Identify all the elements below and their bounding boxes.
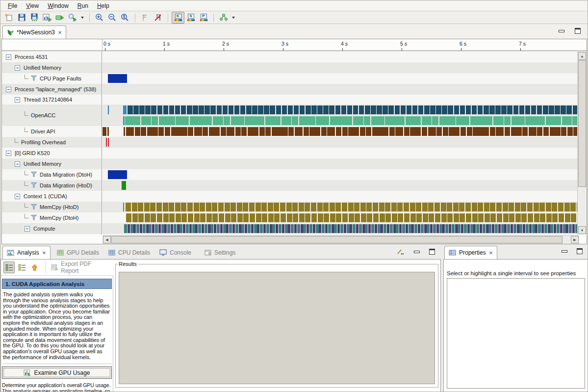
- menu-item-window[interactable]: Window: [43, 1, 73, 10]
- interval-bar[interactable]: [515, 213, 521, 222]
- interval-bar[interactable]: [169, 203, 174, 211]
- interval-bar[interactable]: [340, 224, 343, 233]
- interval-bar[interactable]: [311, 105, 317, 114]
- interval-bar[interactable]: [427, 224, 430, 233]
- interval-bar[interactable]: [449, 127, 460, 136]
- interval-bar[interactable]: [246, 105, 252, 114]
- interval-bar[interactable]: [251, 224, 254, 233]
- scroll-down-icon[interactable]: ▼: [578, 226, 586, 234]
- interval-bar[interactable]: [220, 224, 223, 233]
- interval-bar[interactable]: [416, 203, 421, 211]
- minimize-icon[interactable]: [558, 28, 564, 33]
- color-by-process-button[interactable]: P: [197, 12, 210, 24]
- timeline-row-label-memcpy-dtoh[interactable]: MemCpy (DtoH): [2, 212, 102, 223]
- interval-bar[interactable]: [232, 224, 235, 233]
- interval-bar[interactable]: [192, 224, 195, 233]
- interval-bar[interactable]: [422, 203, 428, 211]
- interval-bar[interactable]: [490, 203, 495, 211]
- interval-bar[interactable]: [163, 203, 168, 211]
- close-tab-icon[interactable]: ✕: [42, 250, 46, 256]
- interval-bar[interactable]: [395, 127, 403, 136]
- interval-bar[interactable]: [223, 105, 228, 114]
- interval-bar[interactable]: [498, 224, 501, 233]
- interval-bar[interactable]: [447, 203, 452, 211]
- interval-bar[interactable]: [334, 224, 337, 233]
- interval-bar[interactable]: [156, 203, 162, 211]
- interval-bar[interactable]: [217, 224, 220, 233]
- interval-bar[interactable]: [546, 213, 552, 222]
- interval-bar[interactable]: [342, 203, 347, 211]
- interval-bar[interactable]: [391, 203, 397, 211]
- interval-bar[interactable]: [452, 224, 455, 233]
- interval-bar[interactable]: [307, 224, 309, 233]
- filter-icon[interactable]: [31, 204, 37, 210]
- interval-bar[interactable]: [549, 105, 554, 114]
- timeline-row-label-profiling-overhead[interactable]: Profiling Overhead: [2, 137, 102, 148]
- interval-bar[interactable]: [472, 213, 478, 222]
- interval-bar[interactable]: [365, 105, 370, 114]
- interval-bar[interactable]: [125, 116, 140, 125]
- interval-bar[interactable]: [205, 224, 207, 233]
- interval-bar[interactable]: [442, 105, 447, 114]
- interval-bar[interactable]: [133, 224, 136, 233]
- interval-bar[interactable]: [164, 224, 167, 233]
- interval-bar[interactable]: [529, 224, 532, 233]
- maximize-icon[interactable]: [575, 28, 581, 34]
- interval-bar[interactable]: [200, 203, 205, 211]
- timeline-track-context-1-cuda[interactable]: [102, 191, 579, 202]
- interval-bar[interactable]: [122, 181, 126, 190]
- interval-bar[interactable]: [519, 105, 525, 114]
- timeline-track-profiling-overhead[interactable]: [102, 137, 579, 148]
- interval-bar[interactable]: [235, 224, 238, 233]
- timeline-row-label-cpu-page-faults[interactable]: CPU Page Faults: [2, 73, 102, 84]
- tab-settings[interactable]: Settings: [201, 246, 242, 259]
- interval-bar[interactable]: [496, 127, 504, 136]
- interval-bar[interactable]: [209, 127, 220, 136]
- timeline-track-cpu-page-faults[interactable]: [102, 73, 579, 84]
- interval-bar[interactable]: [311, 203, 316, 211]
- interval-bar[interactable]: [305, 203, 310, 211]
- interval-bar[interactable]: [555, 105, 560, 114]
- timeline-row-label-unified-memory-host[interactable]: Unified Memory: [2, 62, 102, 73]
- interval-bar[interactable]: [322, 224, 325, 233]
- interval-bar[interactable]: [388, 105, 394, 114]
- interval-bar[interactable]: [466, 213, 471, 222]
- interval-bar[interactable]: [126, 213, 131, 222]
- interval-bar[interactable]: [544, 224, 547, 233]
- interval-bar[interactable]: [497, 213, 502, 222]
- run-dropdown-caret[interactable]: [81, 17, 84, 19]
- interval-bar[interactable]: [383, 105, 388, 114]
- interval-bar[interactable]: [441, 203, 446, 211]
- interval-bar[interactable]: [226, 224, 229, 233]
- interval-bar[interactable]: [281, 116, 291, 125]
- collapse-icon[interactable]: [15, 161, 20, 167]
- interval-bar[interactable]: [108, 170, 127, 179]
- interval-bar[interactable]: [272, 224, 275, 233]
- interval-bar[interactable]: [430, 224, 433, 233]
- maximize-icon[interactable]: [577, 248, 583, 254]
- interval-bar[interactable]: [560, 224, 562, 233]
- interval-bar[interactable]: [428, 203, 434, 211]
- interval-bar[interactable]: [132, 203, 137, 211]
- interval-bar[interactable]: [124, 127, 125, 136]
- interval-bar[interactable]: [399, 224, 402, 233]
- interval-bar[interactable]: [519, 224, 522, 233]
- interval-bar[interactable]: [321, 127, 327, 136]
- interval-bar[interactable]: [123, 105, 127, 114]
- timeline-track-thread-3172140864[interactable]: [102, 95, 579, 105]
- interval-bar[interactable]: [489, 105, 495, 114]
- interval-bar[interactable]: [306, 105, 311, 114]
- interval-bar[interactable]: [521, 213, 527, 222]
- interval-bar[interactable]: [349, 213, 354, 222]
- interval-bar[interactable]: [287, 213, 292, 222]
- filter-icon[interactable]: [31, 183, 37, 189]
- interval-bar[interactable]: [492, 224, 494, 233]
- interval-bar[interactable]: [379, 203, 384, 211]
- interval-bar[interactable]: [421, 224, 424, 233]
- interval-bar[interactable]: [375, 224, 377, 233]
- interval-bar[interactable]: [205, 105, 210, 114]
- interval-bar[interactable]: [299, 116, 315, 125]
- interval-bar[interactable]: [347, 105, 353, 114]
- interval-bar[interactable]: [398, 213, 403, 222]
- interval-bar[interactable]: [140, 224, 142, 233]
